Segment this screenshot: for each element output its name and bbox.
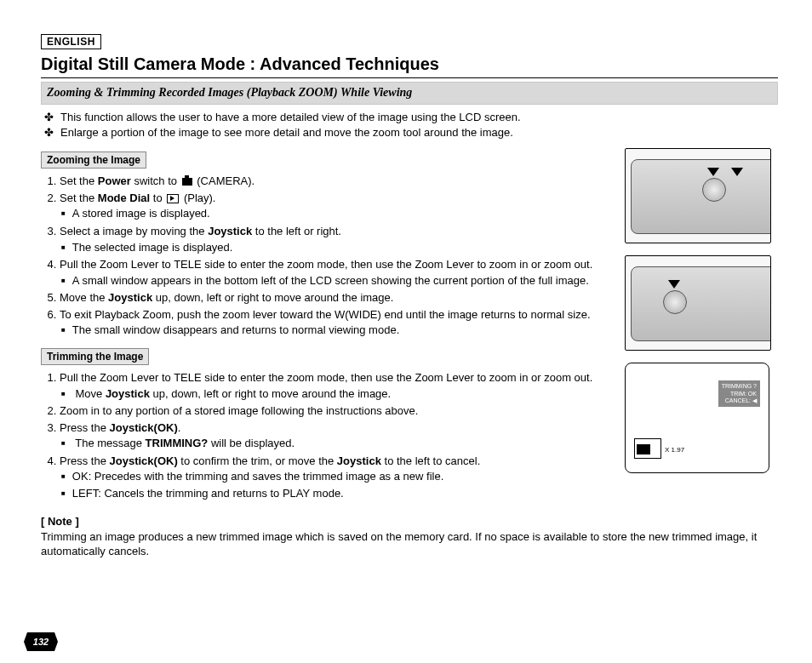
zooming-steps: Set the Power switch to (CAMERA). Set th… [41,174,613,337]
page-title: Digital Still Camera Mode : Advanced Tec… [41,53,778,76]
step: Select a image by moving the Joystick to… [60,224,613,254]
camera-diagram-1 [625,148,771,243]
body-text: Zooming the Image Set the Power switch t… [41,148,613,507]
step: Set the Mode Dial to (Play). A stored im… [60,191,613,221]
note-label: [ Note ] [41,514,778,529]
note-text: Trimming an image produces a new trimmed… [41,529,778,559]
intro-item: This function allows the user to have a … [61,110,778,125]
substep: OK: Precedes with the trimming and saves… [75,469,613,484]
substep: The small window disappears and returns … [75,323,613,338]
trim-prompt: TRIMMING ? TRIM: OK CANCEL: ◀ [718,380,760,407]
zoom-minimap [634,438,661,459]
substep: The message TRIMMING? will be displayed. [75,436,613,451]
illustrations: TRIMMING ? TRIM: OK CANCEL: ◀ X 1.97 [625,148,778,507]
title-rule [41,77,778,78]
step: Pull the Zoom Lever to TELE side to ente… [60,370,613,401]
step: To exit Playback Zoom, push the zoom lev… [60,307,613,338]
step: Press the Joystick(OK) to confirm the tr… [60,454,613,501]
intro-list: This function allows the user to have a … [41,110,778,140]
step: Pull the Zoom Lever to TELE side to ente… [60,257,613,288]
section-heading: Zooming & Trimming Recorded Images (Play… [41,82,778,105]
language-tag: ENGLISH [41,34,101,49]
substep: A small window appears in the bottom lef… [75,273,613,289]
substep: LEFT: Cancels the trimming and returns t… [75,486,613,501]
step: Zoom in to any portion of a stored image… [60,403,613,419]
intro-item: Enlarge a portion of the image to see mo… [61,125,778,140]
zooming-heading: Zooming the Image [41,151,146,169]
trimming-steps: Pull the Zoom Lever to TELE side to ente… [41,370,613,500]
trimming-heading: Trimming the Image [41,348,149,365]
substep: Move Joystick up, down, left or right to… [75,386,613,402]
substep: The selected image is displayed. [75,240,613,255]
camera-icon [182,178,192,186]
lcd-diagram: TRIMMING ? TRIM: OK CANCEL: ◀ X 1.97 [625,363,769,473]
step: Set the Power switch to (CAMERA). [60,174,613,189]
manual-page: ENGLISH Digital Still Camera Mode : Adva… [0,0,812,663]
zoom-value: X 1.97 [665,446,684,455]
step: Press the Joystick(OK). The message TRIM… [60,420,613,451]
substep: A stored image is displayed. [75,206,613,221]
camera-diagram-2 [625,255,771,351]
step: Move the Joystick up, down, left or righ… [60,290,613,306]
page-number-badge: 132 [24,632,58,651]
play-icon [167,194,179,203]
